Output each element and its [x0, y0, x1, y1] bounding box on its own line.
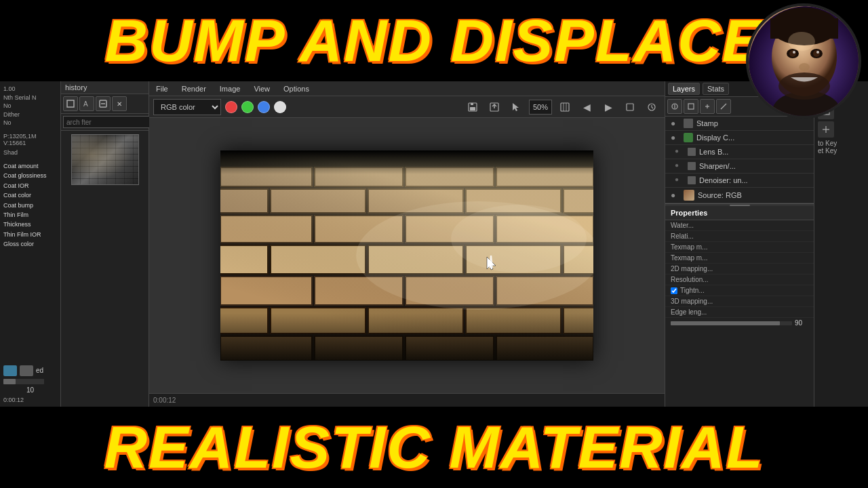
svg-marker-11 — [513, 103, 519, 111]
layer-tool-3[interactable] — [700, 99, 715, 114]
svg-point-74 — [793, 51, 795, 54]
history-icon-btn[interactable] — [643, 98, 660, 116]
blue-channel-btn[interactable] — [258, 101, 270, 113]
layer-source[interactable]: ● Source: RGB — [665, 188, 814, 203]
left-panel: 1.00 Nth Serial N No Dither No P:13205,1… — [0, 81, 61, 407]
export-icon-btn[interactable] — [486, 98, 503, 116]
svg-point-54 — [451, 205, 587, 272]
layer-sharpen[interactable]: ● Sharpen/... — [665, 159, 814, 174]
svg-point-79 — [788, 32, 815, 51]
menu-bar: File Render Image View Options — [149, 81, 665, 96]
layer-denoiser[interactable]: ● Denoiser: un... — [665, 174, 814, 188]
svg-point-73 — [789, 50, 796, 57]
layer-label-source: Source: RGB — [698, 191, 742, 199]
left-values: 1.00 Nth Serial N No Dither No — [3, 85, 57, 127]
bottom-status: 0:00:12 — [149, 393, 665, 407]
tight-checkbox[interactable] — [671, 287, 677, 294]
layer-label-stamp: Stamp — [696, 119, 718, 127]
grid-icon[interactable] — [20, 365, 33, 376]
search-filter-input[interactable] — [63, 116, 156, 128]
fr-btn-3[interactable] — [818, 121, 834, 138]
layer-display[interactable]: ● Display C... — [665, 131, 814, 145]
svg-text:A: A — [83, 100, 88, 108]
presenter-face-svg — [749, 6, 861, 119]
eye-sharpen[interactable]: ● — [675, 161, 684, 171]
slider-track[interactable] — [3, 379, 44, 384]
main-content: 1.00 Nth Serial N No Dither No P:13205,1… — [0, 81, 868, 407]
prop-relati: Relati... — [665, 231, 814, 242]
menu-image[interactable]: Image — [217, 84, 243, 94]
prop-tight: Tightn... — [665, 285, 814, 296]
menu-file[interactable]: File — [153, 84, 171, 94]
layer-icon-lens — [688, 148, 696, 156]
eye-denoiser[interactable]: ● — [675, 176, 684, 185]
stack-icon[interactable] — [3, 365, 17, 376]
top-bar: BUMP AND DISPLACE — [0, 0, 868, 81]
title-top: BUMP AND DISPLACE — [104, 6, 763, 75]
menu-view[interactable]: View — [251, 84, 273, 94]
tab-layers[interactable]: Layers — [668, 83, 700, 95]
history-btn-2[interactable]: A — [79, 96, 94, 111]
eye-stamp[interactable]: ● — [671, 119, 680, 128]
layer-label-sharpen: Sharpen/... — [699, 162, 736, 170]
shade-label: Shad — [3, 149, 57, 156]
svg-rect-15 — [627, 104, 633, 110]
eye-lens[interactable]: ● — [675, 147, 684, 157]
eye-display[interactable]: ● — [671, 133, 680, 142]
coords-display: P:13205,1M V:15661 — [3, 133, 57, 146]
viewport-canvas[interactable] — [149, 118, 665, 393]
color-mode-dropdown[interactable]: RGB color — [153, 99, 221, 115]
svg-rect-51 — [220, 150, 593, 174]
fit-view-btn[interactable] — [556, 98, 574, 116]
value-90-row: 90 — [665, 318, 814, 328]
layer-tool-4[interactable] — [716, 99, 731, 114]
layer-icon-display — [684, 133, 693, 142]
prop-slider-fill — [671, 321, 780, 325]
arrow-fwd-btn[interactable]: ▶ — [599, 98, 617, 116]
green-channel-btn[interactable] — [241, 101, 254, 113]
properties-list: Water... Relati... Texmap m... Texmap m.… — [665, 220, 814, 328]
menu-render[interactable]: Render — [179, 84, 209, 94]
layer-tool-2[interactable] — [684, 99, 698, 114]
layer-tool-1[interactable] — [667, 99, 682, 114]
svg-point-77 — [816, 51, 819, 54]
save-icon-btn[interactable] — [464, 98, 481, 116]
svg-rect-7 — [470, 107, 475, 110]
svg-point-76 — [813, 50, 820, 57]
history-btn-4[interactable]: ✕ — [112, 96, 127, 111]
layer-icon-source — [684, 190, 694, 201]
arrow-back-btn[interactable]: ◀ — [578, 98, 595, 116]
prop-texmap2: Texmap m... — [665, 253, 814, 264]
history-btn-1[interactable] — [63, 96, 78, 111]
history-btn-3[interactable] — [96, 96, 111, 111]
layer-label-denoiser: Denoiser: un... — [699, 176, 748, 184]
svg-point-71 — [778, 73, 830, 100]
eye-source[interactable]: ● — [671, 190, 680, 200]
red-channel-btn[interactable] — [225, 101, 237, 113]
menu-options[interactable]: Options — [281, 84, 312, 94]
prop-slider[interactable] — [671, 321, 792, 325]
prop-value-90: 90 — [795, 319, 808, 327]
time-display: 0:00:12 — [3, 396, 57, 403]
pointer-icon-btn[interactable] — [507, 98, 525, 116]
prop-texmap1: Texmap m... — [665, 242, 814, 253]
tight-label: Tightn... — [680, 287, 705, 294]
layer-label-display: Display C... — [696, 134, 734, 142]
tab-stats[interactable]: Stats — [703, 83, 729, 95]
crop-btn[interactable] — [621, 98, 639, 116]
white-channel-btn[interactable] — [274, 101, 286, 113]
layer-lens[interactable]: ● Lens B... — [665, 145, 814, 159]
search-filter-area: ▼ — [61, 114, 149, 131]
svg-line-61 — [721, 104, 726, 109]
history-items — [61, 188, 149, 194]
title-bottom: REALISTIC MATERIAL — [104, 413, 764, 482]
right-panel: Layers Stats ● Stamp — [665, 81, 814, 407]
brick-render — [220, 150, 593, 361]
fr-et-key: et Key — [818, 147, 865, 155]
viewport-toolbar: RGB color 50% ◀ ▶ — [149, 96, 665, 118]
svg-rect-12 — [561, 103, 569, 111]
material-properties: Coat amount Coat glossiness Coat IOR Coa… — [3, 161, 57, 249]
texture-thumbnail — [71, 134, 139, 185]
far-right-panel: to Key et Key — [814, 81, 868, 407]
prop-2dmap: 2D mapping... — [665, 264, 814, 274]
